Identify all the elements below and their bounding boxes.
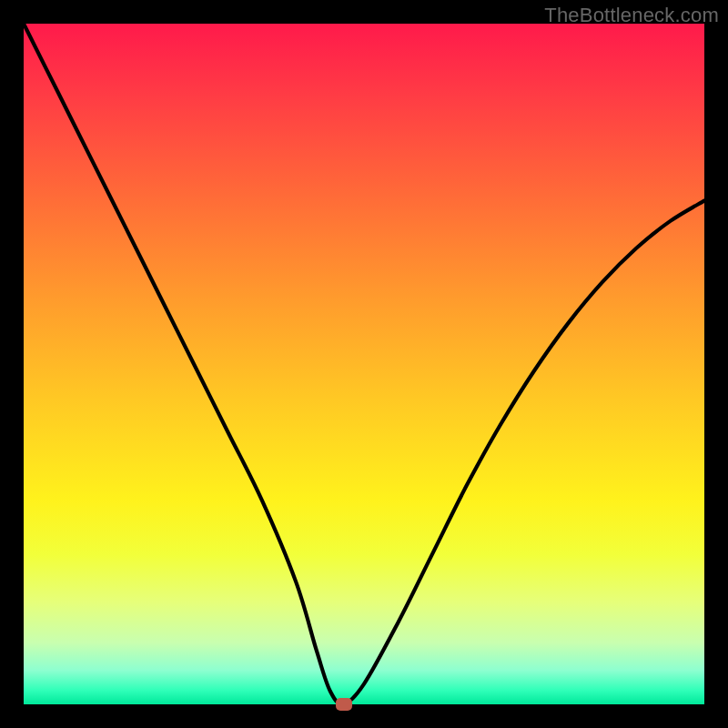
- curve-path: [24, 24, 704, 704]
- plot-area: [24, 24, 704, 704]
- optimal-point-marker: [336, 698, 352, 711]
- bottleneck-curve: [24, 24, 704, 704]
- chart-frame: TheBottleneck.com: [0, 0, 728, 728]
